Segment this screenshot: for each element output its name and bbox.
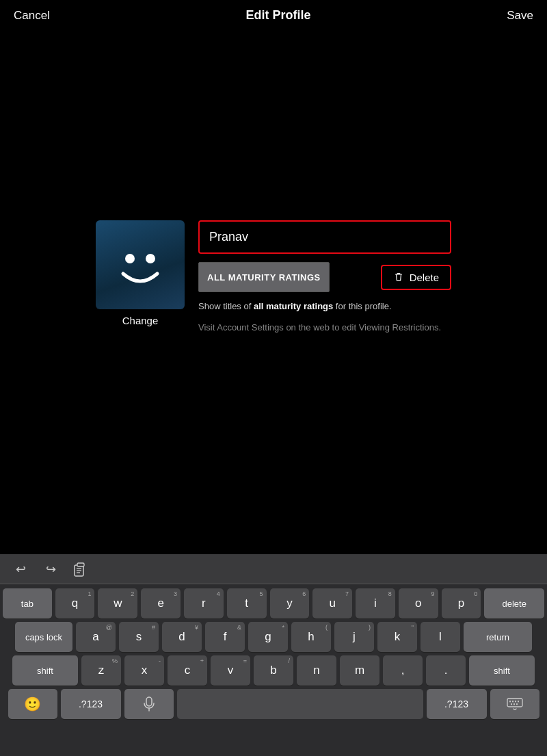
form-section: ALL MATURITY RATINGS Delete Show titles …: [198, 220, 451, 333]
undo-button[interactable]: ↩: [11, 560, 30, 579]
trash-icon: [393, 272, 404, 283]
key-s[interactable]: s#: [119, 622, 159, 652]
svg-point-1: [146, 254, 155, 263]
key-k[interactable]: k": [377, 622, 417, 652]
svg-rect-3: [77, 563, 84, 566]
key-h[interactable]: h(: [291, 622, 331, 652]
page-title: Edit Profile: [246, 8, 311, 23]
profile-edit-row: Change ALL MATURITY RATINGS Delete Show …: [96, 220, 451, 333]
keyboard-dismiss-key[interactable]: [490, 689, 539, 719]
top-nav: Cancel Edit Profile Save: [0, 0, 547, 31]
tab-key[interactable]: tab: [3, 588, 52, 618]
key-row-3: shift z% x- c+ v= b/ n m , . shift: [3, 655, 544, 686]
key-x[interactable]: x-: [124, 655, 164, 686]
profile-name-input[interactable]: [198, 220, 451, 254]
key-row-1: tab q1 w2 e3 r4 t5 y6 u7 i8 o9 p0 delete: [3, 588, 544, 618]
key-q[interactable]: q1: [55, 588, 95, 618]
keyboard-toolbar: ↩ ↪: [0, 554, 547, 584]
key-r[interactable]: r4: [184, 588, 224, 618]
keyboard-icon: [507, 698, 523, 710]
space-key[interactable]: [177, 689, 423, 719]
key-l[interactable]: l: [421, 622, 460, 652]
key-a[interactable]: a@: [76, 622, 116, 652]
shift-right-key[interactable]: shift: [469, 655, 535, 686]
key-row-2: caps lock a@ s# d¥ f& g* h( j) k" l retu…: [3, 622, 544, 652]
clipboard-icon: [73, 562, 88, 577]
shift-left-key[interactable]: shift: [12, 655, 78, 686]
avatar-section: Change: [96, 220, 185, 326]
avatar-change-label[interactable]: Change: [122, 315, 159, 326]
key-z[interactable]: z%: [81, 655, 121, 686]
key-period[interactable]: .: [426, 655, 466, 686]
key-c[interactable]: c+: [168, 655, 207, 686]
maturity-note: Visit Account Settings on the web to edi…: [198, 322, 451, 334]
return-key[interactable]: return: [464, 622, 532, 652]
key-y[interactable]: y6: [270, 588, 310, 618]
key-v[interactable]: v=: [211, 655, 250, 686]
avatar-smiley-icon: [109, 234, 171, 296]
sym-left-key[interactable]: .?123: [61, 689, 121, 719]
avatar[interactable]: [96, 220, 185, 309]
microphone-icon: [144, 696, 155, 712]
key-m[interactable]: m: [340, 655, 379, 686]
mic-key[interactable]: [124, 689, 174, 719]
key-g[interactable]: g*: [248, 622, 288, 652]
key-w[interactable]: w2: [98, 588, 137, 618]
sym-right-key[interactable]: .?123: [427, 689, 487, 719]
key-o[interactable]: o9: [399, 588, 438, 618]
emoji-key[interactable]: 🙂: [8, 689, 57, 719]
keyboard-area: ↩ ↪ tab q1 w2 e3 r4 t5 y6 u7 i8 o9 p0: [0, 554, 547, 756]
save-button[interactable]: Save: [507, 9, 533, 23]
key-t[interactable]: t5: [227, 588, 267, 618]
caps-lock-key[interactable]: caps lock: [15, 622, 72, 652]
key-comma[interactable]: ,: [383, 655, 423, 686]
key-d[interactable]: d¥: [162, 622, 202, 652]
key-row-4: 🙂 .?123 .?123: [3, 689, 544, 722]
svg-rect-9: [507, 699, 522, 707]
keyboard-rows: tab q1 w2 e3 r4 t5 y6 u7 i8 o9 p0 delete…: [0, 584, 547, 725]
key-f[interactable]: f&: [205, 622, 245, 652]
key-j[interactable]: j): [334, 622, 374, 652]
key-u[interactable]: u7: [312, 588, 352, 618]
cancel-button[interactable]: Cancel: [14, 9, 50, 23]
key-i[interactable]: i8: [356, 588, 395, 618]
paste-button[interactable]: [71, 560, 90, 579]
delete-button[interactable]: Delete: [381, 265, 451, 290]
key-n[interactable]: n: [297, 655, 336, 686]
key-e[interactable]: e3: [141, 588, 181, 618]
main-content: Change ALL MATURITY RATINGS Delete Show …: [0, 31, 547, 564]
key-b[interactable]: b/: [254, 655, 293, 686]
redo-button[interactable]: ↪: [41, 560, 60, 579]
maturity-description: Show titles of all maturity ratings for …: [198, 300, 451, 313]
svg-point-0: [125, 254, 135, 263]
action-row: ALL MATURITY RATINGS Delete: [198, 262, 451, 292]
delete-key[interactable]: delete: [484, 588, 544, 618]
key-p[interactable]: p0: [442, 588, 481, 618]
maturity-ratings-button[interactable]: ALL MATURITY RATINGS: [198, 262, 330, 292]
svg-rect-7: [146, 697, 152, 706]
